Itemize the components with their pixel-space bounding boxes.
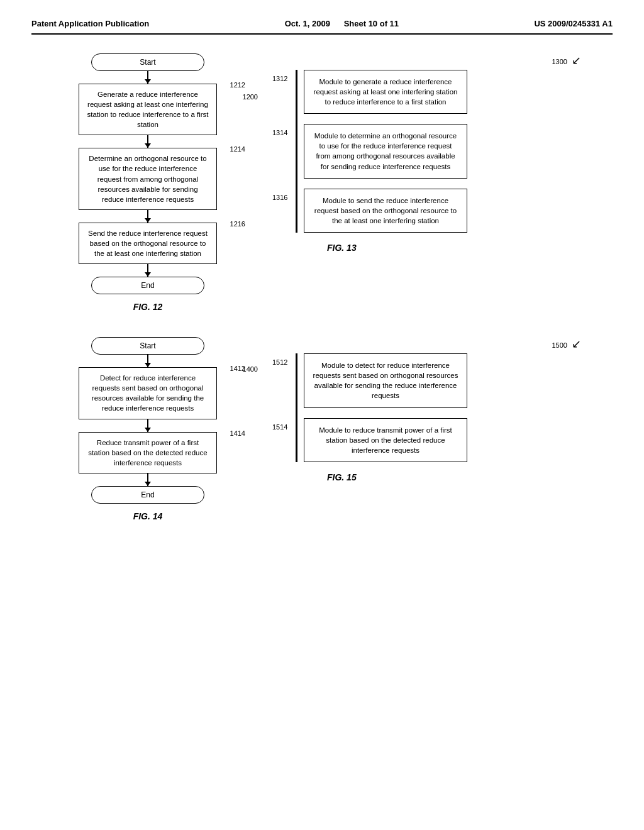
- fig13-item2-wrap: 1314 Module to determine an orthogonal r…: [304, 124, 467, 178]
- fc14-arrow3: [147, 473, 148, 486]
- fc12-step2: 1214 Determine an orthogonal resource to…: [79, 148, 217, 209]
- fc14-start: Start: [91, 337, 204, 355]
- fig12-label: FIG. 12: [133, 302, 163, 312]
- fig13-ref1316: 1316: [272, 194, 287, 201]
- fc14-ref1412: 1412: [230, 365, 245, 372]
- fig15-item1: Module to detect for reduce interference…: [304, 353, 467, 407]
- fc12-start: Start: [91, 53, 204, 71]
- fc12-rect3: Send the reduce interference request bas…: [79, 223, 217, 264]
- fc12-arrow2: [147, 135, 148, 148]
- fc14-end-shape: End: [91, 486, 204, 504]
- fig13-spacer2: [304, 179, 467, 189]
- header-date-sheet: Oct. 1, 2009 Sheet 10 of 11: [285, 19, 399, 28]
- fig13-item2: Module to determine an orthogonal resour…: [304, 124, 467, 178]
- fig15-ref1514: 1514: [272, 423, 287, 431]
- header-publication: Patent Application Publication: [31, 19, 149, 28]
- fig14-flowchart: Start 1412 Detect for reduce interferenc…: [31, 337, 264, 521]
- fc12-wrap: Start 1212 Generate a reduce interferenc…: [31, 53, 264, 294]
- page: Patent Application Publication Oct. 1, 2…: [0, 0, 644, 830]
- fig13-ref1312: 1312: [272, 75, 287, 82]
- fig15-item2-wrap: 1514 Module to reduce transmit power of …: [304, 418, 467, 462]
- fc14-ref1414: 1414: [230, 429, 245, 437]
- bottom-diagram-row: Start 1412 Detect for reduce interferenc…: [31, 337, 613, 521]
- fc14-step1: 1412 Detect for reduce interference requ…: [79, 367, 217, 419]
- fig14-label: FIG. 14: [133, 511, 163, 521]
- fc14-wrap: Start 1412 Detect for reduce interferenc…: [31, 337, 264, 504]
- fig13-main-ref: 1300 ↙: [552, 53, 581, 67]
- fig13-modules: 1300 ↙ 1312 Module to generate a reduce …: [277, 53, 613, 312]
- header: Patent Application Publication Oct. 1, 2…: [31, 19, 613, 35]
- fig13-item3: Module to send the reduce interference r…: [304, 189, 467, 233]
- top-diagram-row: Start 1212 Generate a reduce interferenc…: [31, 53, 613, 312]
- fig15-vbar: [296, 353, 297, 462]
- fc12-arrow1: [147, 71, 148, 84]
- fc12-arrow3: [147, 210, 148, 223]
- header-sheet: Sheet 10 of 11: [344, 19, 399, 28]
- header-patent-num: US 2009/0245331 A1: [534, 19, 613, 28]
- fig13-vbar: [296, 70, 297, 233]
- fig12-flowchart: Start 1212 Generate a reduce interferenc…: [31, 53, 264, 312]
- fc14-arrow2: [147, 419, 148, 432]
- fig13-connector: 1312 Module to generate a reduce interfe…: [296, 70, 467, 233]
- fig15-label: FIG. 15: [327, 472, 357, 482]
- fig15-item2: Module to reduce transmit power of a fir…: [304, 418, 467, 462]
- fig13-item3-wrap: 1316 Module to send the reduce interfere…: [304, 189, 467, 233]
- fig15-boxes: 1512 Module to detect for reduce interfe…: [304, 353, 467, 462]
- fc14-rect1: Detect for reduce interference requests …: [79, 367, 217, 419]
- fig13-item1-wrap: 1312 Module to generate a reduce interfe…: [304, 70, 467, 114]
- fig15-connector: 1512 Module to detect for reduce interfe…: [296, 353, 467, 462]
- fc12-ref1216: 1216: [230, 220, 245, 228]
- fig13-spacer1: [304, 114, 467, 124]
- fig15-modules: 1500 ↙ 1512 Module to detect for reduce …: [277, 337, 613, 521]
- fc12-step3: 1216 Send the reduce interference reques…: [79, 223, 217, 264]
- fig15-ref1512: 1512: [272, 358, 287, 366]
- fc12-end: End: [91, 277, 204, 294]
- fc14-arrow1: [147, 355, 148, 367]
- fig13-item1: Module to generate a reduce interference…: [304, 70, 467, 114]
- fig15-main-ref: 1500 ↙: [552, 337, 581, 351]
- fig13-label: FIG. 13: [327, 243, 357, 253]
- fc12-arrow4: [147, 264, 148, 277]
- fc12-rect1: Generate a reduce interference request a…: [79, 84, 217, 135]
- fc14-rect2: Reduce transmit power of a first station…: [79, 432, 217, 473]
- fc12-end-shape: End: [91, 277, 204, 294]
- fc12-ref1212: 1212: [230, 81, 245, 89]
- fc12-rect2: Determine an orthogonal resource to use …: [79, 148, 217, 209]
- fc14-start-shape: Start: [91, 337, 204, 355]
- fc12-step1: 1212 Generate a reduce interference requ…: [79, 84, 217, 135]
- fc12-ref1214: 1214: [230, 145, 245, 153]
- fc14-step2: 1414 Reduce transmit power of a first st…: [79, 432, 217, 473]
- fig15-item1-wrap: 1512 Module to detect for reduce interfe…: [304, 353, 467, 407]
- fig13-boxes: 1312 Module to generate a reduce interfe…: [304, 70, 467, 233]
- fc14-end: End: [91, 486, 204, 504]
- fig13-ref1314: 1314: [272, 129, 287, 136]
- fig15-spacer1: [304, 408, 467, 418]
- fc12-start-shape: Start: [91, 53, 204, 71]
